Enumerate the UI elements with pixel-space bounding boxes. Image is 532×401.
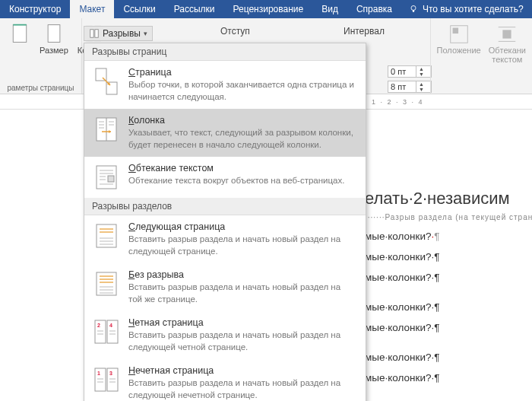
tell-me-search[interactable]: Что вы хотите сделать? (401, 0, 531, 18)
svg-rect-2 (13, 25, 27, 43)
text-wrap-icon (496, 23, 518, 46)
svg-text:3: 3 (109, 371, 112, 376)
breaks-dropdown-menu: Разрывы страниц Страница Выбор точки, в … (84, 43, 366, 401)
spin-down-icon[interactable]: ▼ (416, 87, 426, 92)
doc-line: мые·колонки?·¶ (365, 352, 532, 363)
dropdown-section-header: Разрывы разделов (84, 198, 366, 215)
svg-rect-14 (96, 68, 106, 81)
breaks-dropdown-button[interactable]: Разрывы ▾ (84, 26, 153, 41)
menu-item-next-page-section[interactable]: Следующая страница Вставить разрыв разде… (84, 215, 366, 263)
ribbon-tabs: Конструктор Макет Ссылки Рассылки Реценз… (0, 0, 532, 18)
menu-item-desc: Обтекание текста вокруг объектов на веб-… (128, 175, 356, 187)
continuous-section-icon (93, 269, 119, 298)
dropdown-section-header: Разрывы страниц (84, 43, 366, 61)
spin-up-icon[interactable]: ▲ (416, 81, 426, 87)
svg-rect-8 (95, 30, 98, 38)
svg-rect-11 (503, 30, 511, 38)
svg-text:2: 2 (97, 323, 100, 328)
menu-item-column-break[interactable]: Колонка Указывает, что текст, следующий … (84, 109, 366, 157)
svg-rect-10 (452, 28, 458, 34)
page-setup-group-label: раметры страницы (6, 82, 75, 92)
size-label: Размер (40, 46, 68, 55)
menu-item-title: Страница (128, 67, 356, 78)
doc-line: мые·колонки?·¶ (365, 372, 532, 383)
doc-line: мые·колонки?·¶ (365, 322, 532, 333)
section-break-marker: ·······Разрыв раздела (на текущей страни… (365, 213, 532, 221)
doc-line: мые·колонки?·¶ (365, 301, 532, 313)
svg-text:4: 4 (109, 323, 112, 328)
svg-rect-1 (413, 11, 414, 12)
tab-links[interactable]: Ссылки (114, 0, 164, 18)
wrap-label: Обтекани (489, 46, 526, 55)
menu-item-title: Следующая страница (128, 221, 356, 232)
position-button[interactable]: Положение (437, 23, 481, 64)
menu-item-odd-page-section[interactable]: 13 Нечетная страница Вставить разрыв раз… (84, 359, 366, 401)
interval-label: Интервал (344, 26, 385, 37)
menu-item-page-break[interactable]: Страница Выбор точки, в которой заканчив… (84, 61, 366, 109)
breaks-icon (89, 28, 100, 39)
svg-rect-4 (48, 25, 60, 43)
menu-item-text-wrapping-break[interactable]: Обтекание текстом Обтекание текста вокру… (84, 157, 366, 198)
menu-item-desc: Вставить разрыв раздела и начать новый р… (128, 329, 356, 353)
spacing-before-input[interactable] (388, 66, 416, 77)
page-icon (9, 23, 30, 44)
next-page-section-icon (93, 221, 119, 250)
menu-item-even-page-section[interactable]: 24 Четная страница Вставить разрыв разде… (84, 311, 366, 359)
chevron-down-icon: ▾ (144, 30, 147, 37)
spacing-after-spinner[interactable]: ▲▼ (388, 81, 432, 93)
ribbon-size-button[interactable]: Размер (36, 21, 71, 56)
tab-review[interactable]: Рецензирование (224, 0, 313, 18)
tab-constructor[interactable]: Конструктор (0, 0, 70, 18)
tab-view[interactable]: Вид (312, 0, 347, 18)
menu-item-desc: Вставить разрыв раздела и начать новый р… (128, 282, 356, 305)
tell-me-label: Что вы хотите сделать? (423, 4, 524, 14)
tab-layout[interactable]: Макет (70, 0, 114, 18)
svg-point-0 (411, 6, 416, 11)
svg-rect-7 (90, 30, 93, 38)
tab-mailings[interactable]: Рассылки (165, 0, 224, 18)
size-icon (43, 23, 65, 44)
odd-page-section-icon: 13 (93, 365, 119, 394)
wrap-label-2: текстом (492, 55, 522, 64)
menu-item-title: Без разрыва (128, 269, 356, 280)
even-page-section-icon: 24 (93, 317, 119, 346)
lightbulb-icon (409, 5, 418, 14)
menu-item-title: Четная страница (128, 317, 356, 328)
menu-item-desc: Выбор точки, в которой заканчивается одн… (128, 79, 356, 103)
svg-text:1: 1 (97, 371, 100, 376)
indent-label: Отступ (220, 26, 250, 37)
ribbon-margins-button[interactable] (6, 21, 33, 56)
doc-line: мые·колонки?·¶ (365, 231, 532, 242)
spin-up-icon[interactable]: ▲ (416, 66, 426, 72)
spacing-after-input[interactable] (388, 81, 416, 92)
menu-item-continuous-section[interactable]: Без разрыва Вставить разрыв раздела и на… (84, 263, 366, 311)
spin-down-icon[interactable]: ▼ (416, 72, 426, 77)
menu-item-desc: Указывает, что текст, следующий за разры… (128, 127, 356, 151)
tab-help[interactable]: Справка (347, 0, 401, 18)
svg-rect-31 (108, 176, 114, 182)
doc-heading: елать·2·независим (365, 189, 532, 208)
column-break-icon (93, 115, 119, 144)
spacing-before-spinner[interactable]: ▲▼ (388, 65, 432, 78)
text-wrap-break-icon (93, 163, 119, 192)
text-wrap-button[interactable]: Обтекани текстом (489, 23, 526, 64)
doc-line: мые·колонки?·¶ (365, 251, 532, 263)
position-icon (448, 23, 470, 46)
doc-line: мые·колонки?·¶ (365, 272, 532, 283)
menu-item-title: Обтекание текстом (128, 163, 356, 173)
menu-item-desc: Вставить разрыв раздела и начать новый р… (128, 377, 356, 401)
breaks-label: Разрывы (103, 28, 141, 39)
menu-item-desc: Вставить разрыв раздела и начать новый р… (128, 234, 356, 257)
page-break-icon (93, 67, 119, 96)
menu-item-title: Колонка (128, 115, 356, 126)
document-canvas[interactable]: елать·2·независим ·······Разрыв раздела … (365, 111, 532, 383)
position-label: Положение (437, 46, 481, 55)
menu-item-title: Нечетная страница (128, 365, 356, 376)
